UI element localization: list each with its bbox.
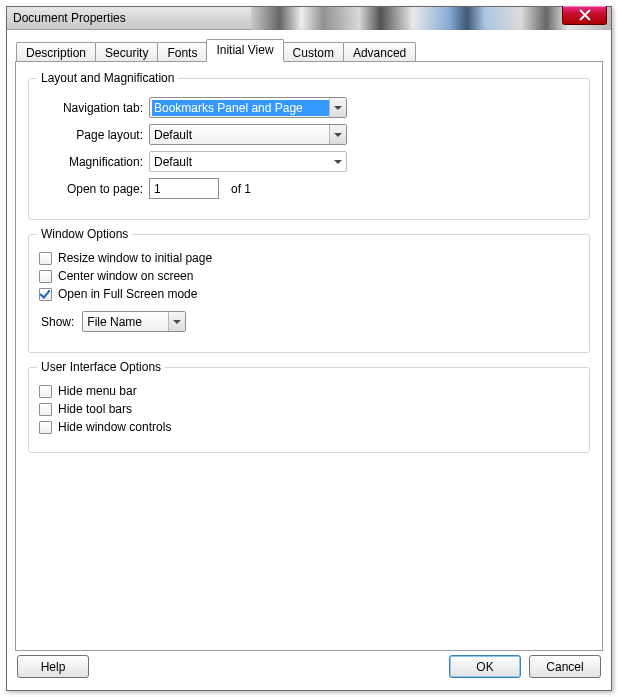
close-button[interactable] <box>562 6 607 25</box>
tab-custom[interactable]: Custom <box>283 42 344 62</box>
hide-menu-label: Hide menu bar <box>58 384 137 398</box>
tabstrip: Description Security Fonts Initial View … <box>15 38 603 61</box>
group-layout-magnification: Layout and Magnification Navigation tab:… <box>28 78 590 220</box>
show-value: File Name <box>87 315 168 329</box>
cancel-button-label: Cancel <box>546 660 583 674</box>
chevron-down-icon <box>168 312 185 331</box>
fullscreen-label: Open in Full Screen mode <box>58 287 197 301</box>
checkbox-icon <box>39 252 52 265</box>
tab-initial-view[interactable]: Initial View <box>206 39 283 62</box>
hide-controls-checkbox[interactable]: Hide window controls <box>39 420 579 434</box>
page-layout-dropdown[interactable]: Default <box>149 124 347 145</box>
show-label: Show: <box>41 315 74 329</box>
navigation-tab-label: Navigation tab: <box>39 101 149 115</box>
chevron-down-icon <box>329 125 346 144</box>
tab-security[interactable]: Security <box>95 42 158 62</box>
checkbox-icon <box>39 385 52 398</box>
group-window-options: Window Options Resize window to initial … <box>28 234 590 353</box>
spacer <box>89 655 449 678</box>
tab-fonts[interactable]: Fonts <box>157 42 207 62</box>
group-legend: Window Options <box>37 227 132 241</box>
ok-button-label: OK <box>476 660 493 674</box>
client-area: Description Security Fonts Initial View … <box>7 30 611 690</box>
group-ui-options: User Interface Options Hide menu bar Hid… <box>28 367 590 453</box>
hide-tool-checkbox[interactable]: Hide tool bars <box>39 402 579 416</box>
show-dropdown[interactable]: File Name <box>82 311 186 332</box>
tab-description[interactable]: Description <box>16 42 96 62</box>
cancel-button[interactable]: Cancel <box>529 655 601 678</box>
hide-tool-label: Hide tool bars <box>58 402 132 416</box>
magnification-dropdown[interactable]: Default <box>149 151 347 172</box>
hide-menu-checkbox[interactable]: Hide menu bar <box>39 384 579 398</box>
dialog-window: Document Properties Description Security… <box>6 6 612 691</box>
checkbox-icon <box>39 288 52 301</box>
button-bar: Help OK Cancel <box>15 651 603 678</box>
chevron-down-icon <box>329 152 346 171</box>
of-pages-label: of 1 <box>231 182 251 196</box>
open-to-page-label: Open to page: <box>39 182 149 196</box>
chevron-down-icon <box>329 98 346 117</box>
help-button-label: Help <box>41 660 66 674</box>
ok-button[interactable]: OK <box>449 655 521 678</box>
checkbox-icon <box>39 403 52 416</box>
checkbox-icon <box>39 270 52 283</box>
magnification-label: Magnification: <box>39 155 149 169</box>
center-window-label: Center window on screen <box>58 269 193 283</box>
magnification-value: Default <box>154 155 329 169</box>
checkbox-icon <box>39 421 52 434</box>
hide-controls-label: Hide window controls <box>58 420 171 434</box>
navigation-tab-value: Bookmarks Panel and Page <box>152 100 329 116</box>
open-to-page-value: 1 <box>154 182 161 196</box>
fullscreen-checkbox[interactable]: Open in Full Screen mode <box>39 287 579 301</box>
open-to-page-input[interactable]: 1 <box>149 178 219 199</box>
resize-window-checkbox[interactable]: Resize window to initial page <box>39 251 579 265</box>
page-layout-label: Page layout: <box>39 128 149 142</box>
close-icon <box>579 9 591 21</box>
window-title: Document Properties <box>13 11 126 25</box>
titlebar-decor <box>251 7 611 30</box>
group-legend: User Interface Options <box>37 360 165 374</box>
tab-advanced[interactable]: Advanced <box>343 42 416 62</box>
page-layout-value: Default <box>154 128 329 142</box>
center-window-checkbox[interactable]: Center window on screen <box>39 269 579 283</box>
tab-page-initial-view: Layout and Magnification Navigation tab:… <box>15 61 603 651</box>
titlebar: Document Properties <box>7 7 611 30</box>
group-legend: Layout and Magnification <box>37 71 178 85</box>
resize-window-label: Resize window to initial page <box>58 251 212 265</box>
help-button[interactable]: Help <box>17 655 89 678</box>
navigation-tab-dropdown[interactable]: Bookmarks Panel and Page <box>149 97 347 118</box>
